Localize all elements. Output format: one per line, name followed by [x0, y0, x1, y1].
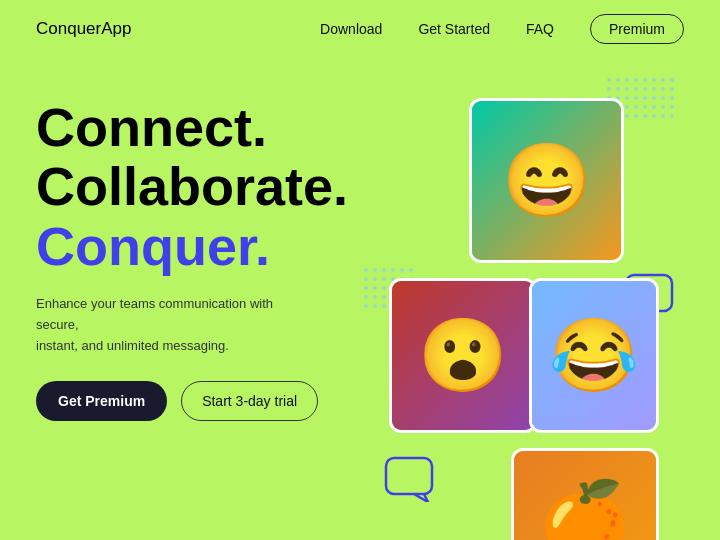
trial-button[interactable]: Start 3-day trial [181, 381, 318, 421]
hero-section: Connect. Collaborate. Conquer. Enhance y… [0, 58, 720, 528]
photo-card-4: 🍊 [511, 448, 659, 540]
headline-line3: Conquer. [36, 216, 270, 276]
nav-links: Download Get Started FAQ Premium [320, 14, 684, 44]
subtext-line2: instant, and unlimited messaging. [36, 338, 229, 353]
nav-item-faq[interactable]: FAQ [526, 20, 554, 38]
chat-bubble-left [384, 456, 436, 502]
faq-link[interactable]: FAQ [526, 21, 554, 37]
premium-nav-button[interactable]: Premium [590, 14, 684, 44]
download-link[interactable]: Download [320, 21, 382, 37]
svg-rect-1 [386, 458, 432, 494]
logo: ConquerApp [36, 19, 131, 39]
photo-card-1: 😄 [469, 98, 624, 263]
photo-card-3: 😂 [529, 278, 659, 433]
person-emoji-1: 😄 [502, 138, 592, 223]
get-premium-button[interactable]: Get Premium [36, 381, 167, 421]
hero-headline: Connect. Collaborate. Conquer. [36, 98, 354, 276]
person-emoji-4: 🍊 [540, 476, 630, 541]
photo-card-2: 😮 [389, 278, 537, 433]
subtext-line1: Enhance your teams communication with se… [36, 296, 273, 332]
hero-left: Connect. Collaborate. Conquer. Enhance y… [36, 68, 354, 528]
headline-line2: Collaborate. [36, 156, 348, 216]
logo-text: ConquerApp [36, 19, 131, 38]
headline-line1: Connect. [36, 97, 267, 157]
hero-right: 😄 😮 😂 [354, 68, 684, 528]
get-started-link[interactable]: Get Started [418, 21, 490, 37]
hero-subtext: Enhance your teams communication with se… [36, 294, 286, 356]
hero-cta: Get Premium Start 3-day trial [36, 381, 354, 421]
person-emoji-2: 😮 [418, 313, 508, 398]
nav-item-get-started[interactable]: Get Started [418, 20, 490, 38]
person-emoji-3: 😂 [549, 313, 639, 398]
nav-item-premium[interactable]: Premium [590, 14, 684, 44]
navbar: ConquerApp Download Get Started FAQ Prem… [0, 0, 720, 58]
nav-item-download[interactable]: Download [320, 20, 382, 38]
